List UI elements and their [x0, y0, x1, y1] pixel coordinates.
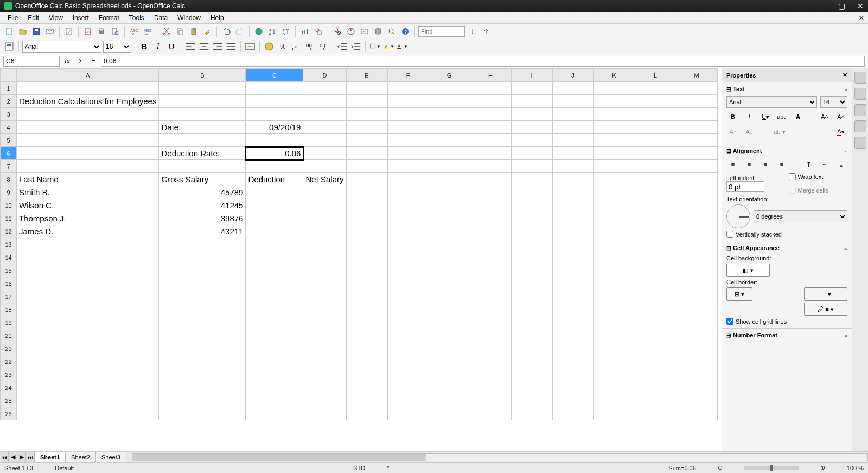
sidebar-close-icon[interactable]: ✕	[843, 72, 847, 79]
merge-cells-icon[interactable]	[244, 41, 256, 53]
cell-H20[interactable]	[470, 329, 511, 342]
copy-icon[interactable]	[174, 25, 186, 37]
sb-valign-mid-icon[interactable]: ↔	[818, 158, 831, 171]
cell-G24[interactable]	[429, 381, 470, 394]
cell-G20[interactable]	[429, 329, 470, 342]
cell-A9[interactable]: Smith B.	[17, 186, 159, 199]
cell-J15[interactable]	[552, 264, 593, 277]
orientation-select[interactable]: 0 degrees	[754, 210, 847, 222]
menu-window[interactable]: Window	[173, 13, 205, 23]
sidebar-strike-icon[interactable]: abc	[775, 110, 788, 123]
export-pdf-icon[interactable]: PDF	[82, 25, 94, 37]
cell-E2[interactable]	[346, 95, 387, 108]
cell-L11[interactable]	[635, 212, 676, 225]
section-nf-more-icon[interactable]: ▫	[845, 333, 847, 339]
cell-J3[interactable]	[552, 108, 593, 121]
cell-D17[interactable]	[303, 290, 346, 303]
cell-B14[interactable]	[159, 251, 246, 264]
cell-D24[interactable]	[303, 381, 346, 394]
cell-I12[interactable]	[511, 225, 552, 238]
cell-A20[interactable]	[17, 329, 159, 342]
cell-B12[interactable]: 43211	[159, 225, 246, 238]
gallery-icon[interactable]	[359, 25, 371, 37]
print-preview-icon[interactable]	[109, 25, 121, 37]
menu-help[interactable]: Help	[206, 13, 228, 23]
col-header-A[interactable]: A	[17, 69, 159, 82]
cell-L7[interactable]	[635, 160, 676, 173]
status-zoom-out-icon[interactable]: ⊖	[718, 464, 723, 471]
cell-C4[interactable]: 09/20/19	[246, 121, 303, 134]
cell-H23[interactable]	[470, 368, 511, 381]
cell-E26[interactable]	[346, 407, 387, 420]
cell-E6[interactable]	[346, 147, 387, 160]
cell-G21[interactable]	[429, 342, 470, 355]
cell-C8[interactable]: Deduction	[246, 173, 303, 186]
col-header-C[interactable]: C	[246, 69, 303, 82]
cell-H22[interactable]	[470, 355, 511, 368]
cell-L8[interactable]	[635, 173, 676, 186]
cell-K14[interactable]	[593, 251, 635, 264]
cell-F20[interactable]	[387, 329, 429, 342]
cell-F21[interactable]	[387, 342, 429, 355]
email-icon[interactable]	[44, 25, 56, 37]
cell-J26[interactable]	[552, 407, 593, 420]
cell-C1[interactable]	[246, 82, 303, 95]
cell-M10[interactable]	[676, 199, 717, 212]
close-button[interactable]: ✕	[857, 2, 864, 10]
sb-valign-top-icon[interactable]: ⤒	[802, 158, 815, 171]
cell-I9[interactable]	[511, 186, 552, 199]
cell-B1[interactable]	[159, 82, 246, 95]
cell-B9[interactable]: 45789	[159, 186, 246, 199]
cell-J4[interactable]	[552, 121, 593, 134]
standard-format-icon[interactable]: ⇄	[290, 41, 302, 53]
cell-L14[interactable]	[635, 251, 676, 264]
cell-L4[interactable]	[635, 121, 676, 134]
row-header-11[interactable]: 11	[1, 212, 17, 225]
cell-E11[interactable]	[346, 212, 387, 225]
sb-valign-bot-icon[interactable]: ⤓	[834, 158, 847, 171]
cell-B8[interactable]: Gross Salary	[159, 173, 246, 186]
cell-G22[interactable]	[429, 355, 470, 368]
cell-L17[interactable]	[635, 290, 676, 303]
cell-D22[interactable]	[303, 355, 346, 368]
cell-K19[interactable]	[593, 316, 635, 329]
sb-align-center-icon[interactable]: ≡	[743, 158, 756, 171]
cell-H14[interactable]	[470, 251, 511, 264]
italic-button[interactable]: I	[152, 41, 164, 53]
cell-E18[interactable]	[346, 303, 387, 316]
cell-B20[interactable]	[159, 329, 246, 342]
cell-I2[interactable]	[511, 95, 552, 108]
cell-I18[interactable]	[511, 303, 552, 316]
cell-G15[interactable]	[429, 264, 470, 277]
cell-M5[interactable]	[676, 134, 717, 147]
cell-K17[interactable]	[593, 290, 635, 303]
cell-F11[interactable]	[387, 212, 429, 225]
cell-A12[interactable]: James D.	[17, 225, 159, 238]
paste-icon[interactable]	[188, 25, 200, 37]
h-scrollbar[interactable]	[132, 452, 868, 462]
cell-E9[interactable]	[346, 186, 387, 199]
cell-reference-input[interactable]	[3, 56, 60, 67]
cell-K25[interactable]	[593, 394, 635, 407]
cell-E24[interactable]	[346, 381, 387, 394]
cell-B26[interactable]	[159, 407, 246, 420]
cell-A25[interactable]	[17, 394, 159, 407]
cell-C9[interactable]	[246, 186, 303, 199]
cell-I22[interactable]	[511, 355, 552, 368]
cell-F10[interactable]	[387, 199, 429, 212]
row-header-14[interactable]: 14	[1, 251, 17, 264]
cell-J2[interactable]	[552, 95, 593, 108]
col-header-D[interactable]: D	[303, 69, 346, 82]
cell-I10[interactable]	[511, 199, 552, 212]
cell-E25[interactable]	[346, 394, 387, 407]
tab-next-icon[interactable]: ▶	[17, 452, 26, 462]
cell-F9[interactable]	[387, 186, 429, 199]
cell-D11[interactable]	[303, 212, 346, 225]
cell-K15[interactable]	[593, 264, 635, 277]
cell-C14[interactable]	[246, 251, 303, 264]
cell-J24[interactable]	[552, 381, 593, 394]
row-header-23[interactable]: 23	[1, 368, 17, 381]
cell-M18[interactable]	[676, 303, 717, 316]
currency-icon[interactable]	[263, 41, 275, 53]
cell-K22[interactable]	[593, 355, 635, 368]
